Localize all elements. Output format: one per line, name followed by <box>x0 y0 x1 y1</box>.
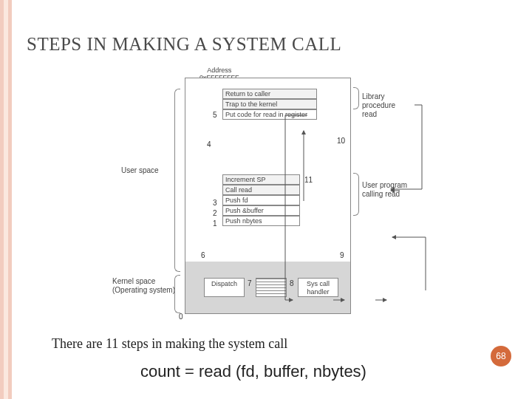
brace-user-space <box>174 89 180 272</box>
kernel-space-label: Kernel space (Operating system) <box>112 277 175 295</box>
brace-kernel-space <box>174 275 180 313</box>
step-number-2: 2 <box>213 209 217 217</box>
step-number-5: 5 <box>213 111 217 119</box>
step-number-11: 11 <box>304 176 313 184</box>
step-number-3: 3 <box>213 199 217 207</box>
box-return-to-caller: Return to caller <box>222 89 317 99</box>
step-number-7: 7 <box>248 279 252 287</box>
slide-title: STEPS IN MAKING A SYSTEM CALL <box>27 34 341 55</box>
step-number-8: 8 <box>290 279 294 287</box>
box-put-code: Put code for read in register <box>222 109 317 120</box>
box-dispatch-table <box>256 278 287 297</box>
box-trap-kernel: Trap to the kernel <box>222 99 317 109</box>
memory-column: Return to caller Trap to the kernel Put … <box>185 78 351 314</box>
box-increment-sp: Increment SP <box>222 174 300 185</box>
zero-label: 0 <box>179 313 183 321</box>
box-push-nbytes: Push nbytes <box>222 216 300 226</box>
box-push-fd: Push fd <box>222 195 300 205</box>
step-number-6: 6 <box>201 251 205 259</box>
library-proc-label: Library procedure read <box>362 92 395 119</box>
box-dispatch: Dispatch <box>204 278 245 297</box>
box-call-read: Call read <box>222 185 300 195</box>
caption-text: There are 11 steps in making the system … <box>52 336 287 352</box>
brace-library <box>353 87 359 109</box>
syscall-diagram: Address 0xFFFFFFFF 0 User space Kernel s… <box>96 66 436 325</box>
user-program-label: User program calling read <box>362 181 407 199</box>
step-number-10: 10 <box>337 137 345 145</box>
page-number-badge: 68 <box>491 346 511 366</box>
brace-user-program <box>353 173 359 216</box>
user-space-label: User space <box>121 166 159 174</box>
step-number-9: 9 <box>340 251 344 259</box>
step-number-4: 4 <box>207 140 211 149</box>
step-number-1: 1 <box>213 219 217 228</box>
box-push-buffer: Push &buffer <box>222 205 300 216</box>
code-line: count = read (fd, buffer, nbytes) <box>140 362 366 381</box>
box-syscall-handler: Sys call handler <box>298 278 338 297</box>
slide-accent-stripes <box>0 0 12 399</box>
